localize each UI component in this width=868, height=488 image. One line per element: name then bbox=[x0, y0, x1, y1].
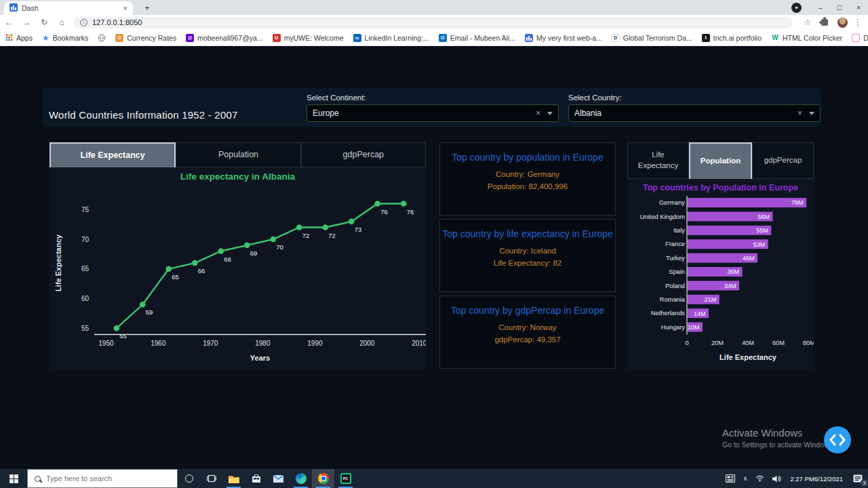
continent-dropdown-value: Europe bbox=[307, 108, 536, 118]
info-card-line: Country: Norway bbox=[440, 323, 615, 331]
bookmark-outlook[interactable]: OEmail - Mubeen Ali... bbox=[439, 34, 515, 42]
right-tab-bar: Life ExpectancyPopulationgdpPercap bbox=[627, 142, 814, 179]
data-point-label: 72 bbox=[328, 232, 336, 239]
apps-button[interactable]: Apps bbox=[5, 32, 33, 44]
screen: Dash × + ▾ – □ × ← → ↻ ⌂ i 127.0.0.1:805… bbox=[0, 0, 868, 488]
bookmark-currency-rates[interactable]: CCurrency Rates bbox=[115, 34, 176, 42]
chrome-button[interactable] bbox=[312, 469, 334, 488]
clock[interactable]: 2:27 PM 6/12/2021 bbox=[785, 469, 848, 488]
bookmark-linkedin-learning[interactable]: inLinkedIn Learning:... bbox=[353, 34, 429, 42]
bar-value-label: 46M bbox=[743, 255, 755, 262]
tab-left-population[interactable]: Population bbox=[176, 142, 300, 167]
edge-button[interactable] bbox=[290, 469, 312, 488]
continent-caret-icon[interactable] bbox=[547, 112, 553, 115]
bar-category-label: Spain bbox=[669, 268, 685, 275]
dash-debug-menu-button[interactable] bbox=[824, 426, 851, 453]
bookmarks-label: Bookmarks bbox=[53, 34, 89, 42]
life-expectancy-line-chart[interactable]: Life expectancy in Albania55606570751950… bbox=[50, 167, 426, 369]
data-point-1997 bbox=[349, 218, 355, 224]
taskbar-search-box[interactable] bbox=[27, 469, 178, 488]
tray-expand-chevron[interactable]: ∧ bbox=[739, 469, 752, 488]
country-dropdown[interactable]: Albania × bbox=[568, 104, 821, 122]
x-tick-label: 2000 bbox=[359, 340, 375, 347]
gtd-favicon: D bbox=[612, 34, 620, 42]
x-tick-label: 1970 bbox=[203, 340, 218, 347]
tab-right-population[interactable]: Population bbox=[689, 142, 752, 179]
data-point-label: 70 bbox=[276, 243, 283, 251]
continent-clear-icon[interactable]: × bbox=[536, 108, 540, 118]
browser-tab[interactable]: Dash × bbox=[4, 1, 133, 15]
tab-right-gdppercap[interactable]: gdpPercap bbox=[752, 142, 814, 179]
bookmark-w3schools[interactable]: WHTML Color Picker bbox=[771, 34, 842, 42]
bookmark-label: mobeenali967@ya... bbox=[197, 34, 262, 42]
file-explorer-icon bbox=[229, 474, 239, 483]
country-select-group: Select Country: Albania × bbox=[568, 94, 821, 122]
bookmark-trichai[interactable]: ttrich.ai portfolio bbox=[702, 34, 762, 42]
start-button[interactable] bbox=[0, 469, 27, 488]
mail-button[interactable] bbox=[267, 469, 290, 488]
news-widget-button[interactable] bbox=[722, 469, 739, 488]
info-card-line: Country: Iceland bbox=[440, 247, 615, 255]
minimize-button[interactable]: – bbox=[811, 0, 830, 15]
bar-value-label: 53M bbox=[753, 241, 766, 248]
pycharm-button[interactable]: PC bbox=[334, 469, 357, 488]
extensions-puzzle-icon[interactable] bbox=[821, 19, 828, 26]
maximize-button[interactable]: □ bbox=[830, 0, 849, 15]
profile-avatar[interactable] bbox=[837, 18, 848, 28]
globe-favicon bbox=[98, 34, 106, 42]
bar-value-label: 10M bbox=[688, 324, 700, 331]
close-button[interactable]: × bbox=[849, 0, 868, 15]
continent-dropdown[interactable]: Europe × bbox=[307, 104, 559, 122]
country-caret-icon[interactable] bbox=[809, 112, 814, 115]
tab-left-life-expectancy[interactable]: Life Expectancy bbox=[50, 142, 176, 167]
forward-icon[interactable]: → bbox=[18, 18, 35, 27]
population-bar-chart[interactable]: Germany78MUnited Kingdom56MItaly55MFranc… bbox=[627, 195, 814, 366]
tab-close-icon[interactable]: × bbox=[123, 4, 127, 12]
reload-icon[interactable]: ↻ bbox=[35, 18, 53, 27]
search-input[interactable] bbox=[46, 474, 161, 483]
bookmark-globe[interactable] bbox=[98, 34, 106, 42]
tab-right-life-expectancy[interactable]: Life Expectancy bbox=[627, 142, 689, 179]
line-chart-panel: Life ExpectancyPopulationgdpPercap Life … bbox=[50, 142, 426, 369]
data-point-label: 59 bbox=[146, 308, 153, 316]
bookmark-label: myUWE: Welcome bbox=[284, 34, 344, 42]
bookmark-myuwe[interactable]: UmyUWE: Welcome bbox=[273, 34, 344, 42]
bookmark-star-icon[interactable]: ☆ bbox=[800, 18, 816, 27]
data-point-1967 bbox=[192, 260, 198, 266]
wifi-button[interactable] bbox=[751, 469, 768, 488]
cortana-button[interactable] bbox=[178, 469, 200, 488]
microsoft-store-button[interactable] bbox=[245, 469, 267, 488]
y-tick-label: 60 bbox=[81, 295, 90, 302]
chrome-update-badge-icon[interactable]: ▾ bbox=[791, 3, 802, 13]
yahoo-mail-favicon: @ bbox=[186, 34, 194, 42]
bar-value-label: 56M bbox=[757, 214, 770, 220]
tab-left-gdppercap[interactable]: gdpPercap bbox=[301, 142, 426, 167]
home-icon[interactable]: ⌂ bbox=[53, 18, 71, 27]
address-bar[interactable]: i 127.0.0.1:8050 bbox=[73, 17, 793, 28]
y-tick-label: 55 bbox=[81, 325, 90, 332]
x-tick-label: 80M bbox=[803, 340, 814, 346]
new-tab-button[interactable]: + bbox=[139, 1, 155, 15]
data-point-label: 69 bbox=[250, 249, 258, 257]
bookmark-dash-app[interactable]: My very first web-a... bbox=[525, 34, 602, 42]
bookmark-yahoo-mail[interactable]: @mobeenali967@ya... bbox=[186, 34, 262, 42]
data-point-1952 bbox=[113, 325, 119, 331]
bookmark-bootstrap[interactable]: Dash Bootstrap Co... bbox=[852, 34, 868, 42]
bookmarks-folder-button[interactable]: ★ Bookmarks bbox=[42, 33, 88, 43]
page-info-icon[interactable]: i bbox=[80, 19, 87, 26]
bookmark-label: Email - Mubeen Ali... bbox=[450, 34, 515, 42]
dashboard-header: World Countries Information 1952 - 2007 … bbox=[43, 88, 821, 127]
volume-button[interactable] bbox=[768, 469, 785, 488]
file-explorer-button[interactable] bbox=[222, 469, 245, 488]
watermark-line2: Go to Settings to activate Windows bbox=[722, 441, 833, 449]
menu-dots-icon[interactable]: ⋮ bbox=[852, 18, 864, 27]
data-point-1957 bbox=[140, 302, 146, 308]
bootstrap-favicon bbox=[852, 34, 860, 42]
back-icon[interactable]: ← bbox=[0, 18, 18, 27]
bookmark-gtd[interactable]: DGlobal Terrorism Da... bbox=[612, 34, 692, 42]
action-center-button[interactable]: 3 bbox=[848, 469, 868, 488]
task-view-button[interactable] bbox=[200, 469, 222, 488]
line-series bbox=[117, 204, 403, 329]
windows-taskbar: PC ∧ 2:27 PM 6/12/2021 3 bbox=[0, 469, 868, 488]
country-clear-icon[interactable]: × bbox=[797, 108, 802, 118]
